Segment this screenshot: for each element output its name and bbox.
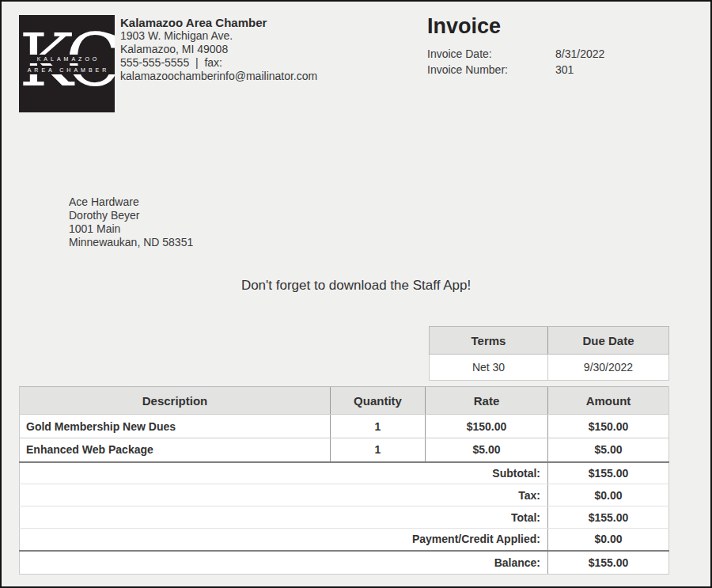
item-quantity: 1: [331, 415, 426, 438]
payment-credit-label: Payment/Credit Applied:: [20, 529, 548, 551]
company-address-line2: Kalamazoo, MI 49008: [120, 43, 317, 56]
payment-credit-amount: $0.00: [548, 529, 669, 551]
invoice-number-value: 301: [555, 62, 574, 78]
customer-street: 1001 Main: [69, 222, 193, 236]
item-quantity: 1: [331, 438, 426, 462]
tax-label: Tax:: [20, 484, 548, 506]
customer-contact: Dorothy Beyer: [69, 209, 193, 222]
subtotal-row: Subtotal: $155.00: [20, 462, 669, 484]
company-info: Kalamazoo Area Chamber 1903 W. Michigan …: [120, 16, 317, 83]
invoice-page: KC KALAMAZOO AREA CHAMBER Kalamazoo Area…: [0, 0, 712, 588]
terms-header: Terms: [430, 327, 548, 355]
total-amount: $155.00: [548, 506, 669, 529]
invoice-meta: Invoice Date: 8/31/2022 Invoice Number: …: [427, 46, 604, 78]
quantity-header: Quantity: [331, 387, 426, 415]
total-row: Total: $155.00: [20, 506, 669, 529]
subtotal-amount: $155.00: [548, 462, 669, 484]
items-table: Description Quantity Rate Amount Gold Me…: [19, 386, 669, 575]
invoice-number-label: Invoice Number:: [427, 62, 555, 78]
invoice-date-row: Invoice Date: 8/31/2022: [427, 46, 604, 62]
tax-row: Tax: $0.00: [20, 484, 669, 506]
description-header: Description: [20, 387, 331, 415]
terms-table: Terms Due Date Net 30 9/30/2022: [429, 326, 669, 381]
balance-row: Balance: $155.00: [20, 551, 669, 575]
invoice-header: Invoice Invoice Date: 8/31/2022 Invoice …: [427, 14, 604, 78]
item-description: Gold Membership New Dues: [20, 415, 331, 438]
due-date-value: 9/30/2022: [548, 355, 669, 381]
terms-header-row: Terms Due Date: [430, 327, 669, 355]
invoice-date-label: Invoice Date:: [427, 46, 555, 62]
customer-city-state-zip: Minnewaukan, ND 58351: [69, 236, 193, 249]
item-amount: $150.00: [548, 415, 669, 438]
customer-company: Ace Hardware: [69, 195, 193, 209]
item-amount: $5.00: [548, 438, 669, 462]
invoice-date-value: 8/31/2022: [555, 46, 604, 62]
table-row: Enhanced Web Package 1 $5.00 $5.00: [20, 438, 669, 462]
balance-amount: $155.00: [548, 551, 669, 575]
item-rate: $5.00: [426, 438, 548, 462]
terms-value-row: Net 30 9/30/2022: [430, 355, 669, 381]
total-label: Total:: [20, 506, 548, 529]
company-phone: 555-555-5555 | fax:: [120, 56, 317, 70]
balance-label: Balance:: [20, 551, 548, 575]
tax-amount: $0.00: [548, 484, 669, 506]
subtotal-label: Subtotal:: [20, 462, 548, 484]
table-row: Gold Membership New Dues 1 $150.00 $150.…: [20, 415, 669, 438]
terms-value: Net 30: [430, 355, 548, 381]
company-logo: KC KALAMAZOO AREA CHAMBER: [19, 15, 115, 112]
page-title: Invoice: [427, 14, 604, 39]
logo-band-kalamazoo: KALAMAZOO: [19, 55, 115, 63]
item-description: Enhanced Web Package: [20, 438, 331, 462]
payment-credit-row: Payment/Credit Applied: $0.00: [20, 529, 669, 551]
due-date-header: Due Date: [548, 327, 669, 355]
logo-band-area-chamber: AREA CHAMBER: [19, 66, 115, 74]
company-name: Kalamazoo Area Chamber: [120, 16, 317, 29]
rate-header: Rate: [426, 387, 548, 415]
company-email: kalamazoochamberinfo@mailinator.com: [120, 70, 317, 83]
customer-address: Ace Hardware Dorothy Beyer 1001 Main Min…: [69, 195, 193, 249]
company-address-line1: 1903 W. Michigan Ave.: [120, 29, 317, 43]
staff-app-announcement: Don't forget to download the Staff App!: [2, 278, 710, 294]
items-header-row: Description Quantity Rate Amount: [20, 387, 669, 415]
item-rate: $150.00: [426, 415, 548, 438]
invoice-number-row: Invoice Number: 301: [427, 62, 604, 78]
amount-header: Amount: [548, 387, 669, 415]
